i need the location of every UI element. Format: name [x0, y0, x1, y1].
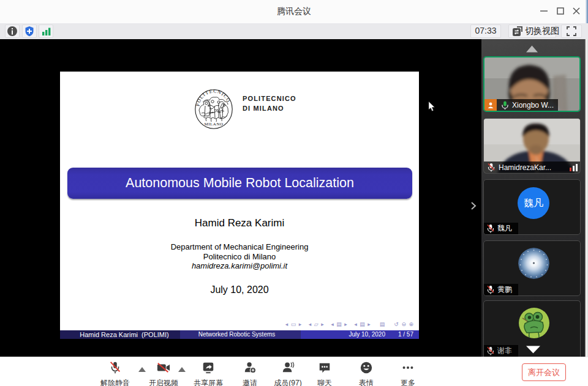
svg-text:POLITECNICO: POLITECNICO [195, 89, 232, 107]
svg-text:MILANO: MILANO [205, 122, 224, 127]
